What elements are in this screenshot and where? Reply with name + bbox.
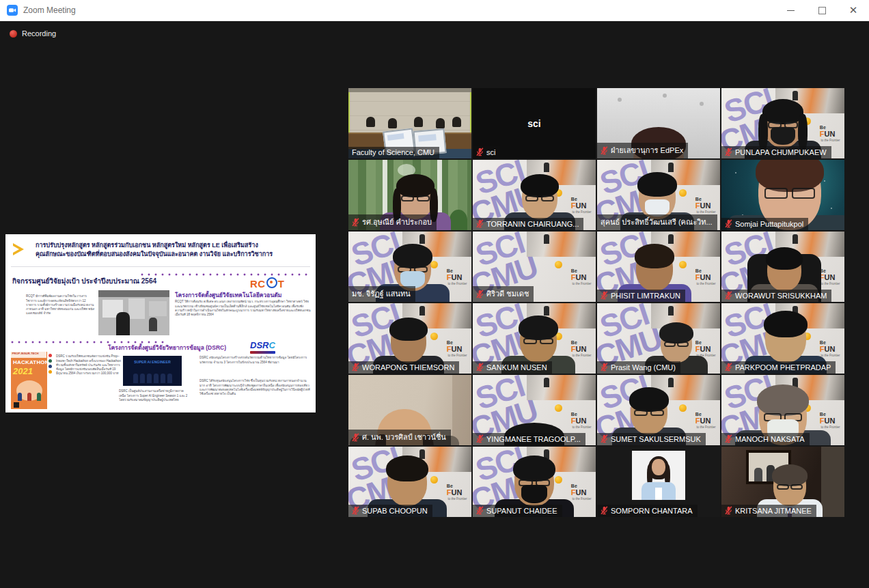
participant-name: Prasit Wang (CMU) (611, 363, 676, 372)
participant-tile[interactable]: Faculty of Science, CMU (348, 88, 471, 158)
face-mask (521, 485, 547, 503)
zoom-app-window: Zoom Meeting ✕ Recording การปรับปรุงหลัก… (0, 0, 869, 588)
hackathon-paragraph: DSRC ร่วมกับบริษัทเอกชนจัดการแข่งขัน Pro… (56, 354, 123, 391)
participant-name-label: SUPAB CHOOPUN (348, 505, 432, 517)
virtual-bg-collage-figure (792, 91, 798, 100)
virtual-bg-collage-figure (668, 234, 674, 244)
seated-person (414, 117, 423, 127)
minimize-button[interactable] (775, 0, 806, 20)
participant-name: PUNLAPA CHUMPUKAEW (735, 148, 827, 156)
virtual-bg-collage (527, 375, 596, 400)
participant-tile[interactable]: SCICMUBeFUNto the Frontierศิริวดี ชมเดช (473, 232, 596, 302)
participant-tile[interactable]: ศ. นพ. บวรศิลป์ เชาวน์ชื่น (348, 375, 471, 445)
person-hair (389, 318, 428, 341)
participant-name: SUPANUT CHAIDEE (486, 507, 557, 515)
virtual-bg-befun-text: BeFUNto the Frontier (820, 340, 841, 357)
person-hair (519, 316, 558, 340)
virtual-bg-gold-dot (430, 333, 438, 340)
participant-tile[interactable]: SCICMUBeFUNto the FrontierPARKPOOM PHETP… (721, 303, 844, 374)
participant-name-label: สุคนธ์ ประสิทธิ์วัฒนเสรี (คณะวิท... (597, 214, 717, 230)
participant-tile[interactable]: Somjai Puttapitukpol (721, 160, 844, 230)
participant-name: TORRANIN CHAIRUANG... (486, 220, 579, 228)
ceiling-light (700, 102, 704, 106)
person-hair (393, 244, 432, 268)
virtual-bg-gold-dot (679, 261, 687, 268)
participant-name-label: Faculty of Science, CMU (348, 147, 439, 158)
close-button[interactable]: ✕ (838, 0, 869, 20)
glasses (664, 341, 689, 347)
rcqt-atom-icon (266, 277, 277, 288)
participant-tile[interactable]: ฝ่ายเลขานุการ EdPEx (597, 88, 720, 158)
rcqt-lab-photo (98, 290, 169, 335)
muted-mic-icon (476, 219, 484, 228)
participant-tile[interactable]: scisci (473, 88, 596, 158)
maximize-button[interactable] (806, 0, 838, 20)
photo-figure (754, 468, 762, 481)
participant-tile[interactable]: SCICMUBeFUNto the Frontierสุคนธ์ ประสิทธ… (597, 160, 720, 230)
participant-tile[interactable]: SOMPORN CHANTARA (597, 447, 720, 517)
muted-mic-icon (476, 434, 484, 443)
glasses-lens (523, 338, 537, 345)
participant-tile[interactable]: SCICMUBeFUNto the FrontierMANOCH NAKSATA (721, 375, 844, 445)
participant-name: MANOCH NAKSATA (735, 435, 805, 443)
virtual-bg-collage-figure (544, 163, 549, 172)
virtual-bg-gold-dot (679, 189, 687, 197)
participant-tile[interactable]: SCICMUBeFUNto the Frontierมช. จิรัฏฐ์ แส… (348, 232, 471, 302)
virtual-bg-befun-text: BeFUNto the Frontier (695, 197, 717, 214)
participant-tile[interactable]: KRITSANA JITMANEE (721, 447, 844, 517)
participant-tile[interactable]: SCICMUBeFUNto the FrontierYINGMANEE TRAG… (473, 375, 596, 445)
participant-tile[interactable]: SCICMUBeFUNto the FrontierSANKUM NUSEN (473, 303, 596, 374)
participant-name-label: PHISIT LIMTRAKUN (597, 290, 685, 302)
glasses-lens (664, 341, 676, 347)
participant-tile[interactable]: SCICMUBeFUNto the FrontierPUNLAPA CHUMPU… (721, 88, 844, 158)
virtual-bg-befun-text: BeFUNto the Frontier (695, 412, 717, 429)
slide-header: การปรับปรุงหลักสูตร หลักสูตรร่วมกับเอกชน… (36, 241, 306, 259)
person-hair (513, 456, 556, 481)
person-hair (635, 244, 674, 268)
participant-tile[interactable]: SCICMUBeFUNto the FrontierSUPANUT CHAIDE… (473, 447, 596, 517)
participant-name-label: SOMPORN CHANTARA (597, 505, 698, 517)
superai-image: SUPER AI ENGINEER (123, 356, 182, 386)
participant-name-label: ฝ่ายเลขานุการ EdPEx (597, 143, 688, 158)
person-hair (757, 384, 809, 416)
muted-mic-icon (601, 291, 608, 300)
muted-mic-icon (725, 434, 732, 443)
glasses (523, 338, 553, 345)
participant-tile[interactable]: SCICMUBeFUNto the FrontierTORRANIN CHAIR… (473, 160, 596, 230)
slide-header-line1: การปรับปรุงหลักสูตร หลักสูตรร่วมกับเอกชน… (36, 241, 306, 250)
participant-name: YINGMANEE TRAGOOLP... (486, 435, 581, 443)
slide-dotted-rule-top (141, 273, 309, 276)
person-hair (659, 322, 693, 343)
participant-tile[interactable]: SCICMUBeFUNto the FrontierSUMET SAKULSER… (597, 375, 720, 445)
rcqt-right-paragraph: RCQT ให้การต้อนรับ ศ.พิเศษ ดร.เอนก เหล่า… (175, 300, 312, 328)
participant-name-label: มช. จิรัฏฐ์ แสนทน (348, 286, 415, 302)
participant-name: WORAWUT SRISUKKHAM (735, 292, 827, 300)
sparkle (824, 180, 825, 182)
participant-tile[interactable]: รศ.อุษณีย์ คำประกอบ (348, 160, 471, 230)
participant-tile[interactable]: SCICMUBeFUNto the FrontierWORAPONG THIEM… (348, 303, 471, 374)
participant-name: สุคนธ์ ประสิทธิ์วัฒนเสรี (คณะวิท... (601, 216, 713, 228)
virtual-bg-befun-text: BeFUNto the Frontier (571, 484, 592, 501)
participant-tile[interactable]: SCICMUBeFUNto the FrontierWORAWUT SRISUK… (721, 232, 844, 302)
participant-name-label: TORRANIN CHAIRUANG... (473, 218, 583, 230)
participant-name-label: sci (473, 146, 500, 158)
glasses-lens (792, 188, 815, 199)
virtual-bg-befun-text: BeFUNto the Frontier (820, 125, 841, 142)
rcqt-left-paragraph: RCQT มีการตีพิมพ์ผลงานความวิจัยในวารสารว… (26, 294, 97, 331)
participant-tile[interactable]: SCICMUBeFUNto the FrontierPrasit Wang (C… (597, 303, 720, 374)
person-hair (396, 174, 434, 197)
participant-name: KRITSANA JITMANEE (735, 507, 812, 515)
virtual-bg-gold-dot (555, 404, 562, 412)
glasses-lens (764, 188, 788, 199)
slide-header-line2: คุณลักษณะของบัณฑิตที่ตอบสนองสังคมในปัจจุ… (36, 250, 306, 259)
muted-mic-icon (352, 218, 359, 227)
participant-name-label: SANKUM NUSEN (473, 361, 552, 374)
zoom-app-icon (7, 5, 18, 16)
participant-tile[interactable]: SCICMUBeFUNto the FrontierSUPAB CHOOPUN (348, 447, 471, 517)
participant-tile[interactable]: SCICMUBeFUNto the FrontierPHISIT LIMTRAK… (597, 232, 720, 302)
window-title: Zoom Meeting (23, 5, 76, 15)
virtual-bg-collage-figure (668, 306, 674, 316)
participant-name: ศ. นพ. บวรศิลป์ เชาวน์ชื่น (362, 431, 446, 443)
person-hair (637, 172, 677, 197)
muted-mic-icon (476, 363, 484, 372)
